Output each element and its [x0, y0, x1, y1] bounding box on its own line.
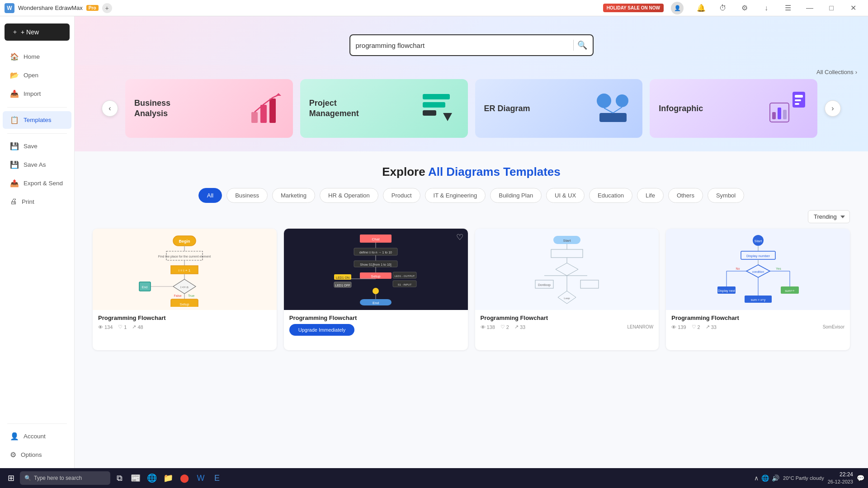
network-icon[interactable]: 🌐	[761, 474, 769, 482]
sidebar-import-label: Import	[24, 90, 41, 97]
svg-marker-7	[443, 113, 452, 121]
sidebar-item-templates[interactable]: 📋 Templates	[3, 111, 71, 129]
account-icon: 👤	[10, 432, 19, 441]
filter-tag-education[interactable]: Education	[589, 188, 632, 203]
search-bar[interactable]: 🔍	[349, 34, 594, 56]
sidebar-item-export[interactable]: 📤 Export & Send	[3, 174, 71, 192]
new-button[interactable]: ＋ + New	[5, 23, 70, 41]
template-card-2[interactable]: Chat define i:i to n → 1 to 10 Show S1[f…	[284, 229, 468, 350]
date-display: 26-12-2023	[828, 479, 853, 485]
close-button[interactable]: ✕	[843, 1, 863, 15]
favorite-icon-2[interactable]: ♡	[456, 232, 463, 242]
taskview-button[interactable]: ⧉	[112, 471, 127, 485]
new-tab-button[interactable]: +	[102, 3, 112, 13]
sidebar-item-open[interactable]: 📂 Open	[3, 66, 71, 84]
sidebar-item-home[interactable]: 🏠 Home	[3, 48, 71, 66]
carousel-card-project-management[interactable]: ProjectManagement	[300, 79, 468, 138]
toolbar-config-icon[interactable]: ☰	[778, 1, 798, 15]
all-collections-link[interactable]: All Collections ›	[816, 69, 857, 75]
carousel-card-infographic[interactable]: Infographic	[650, 79, 817, 138]
svg-text:True: True	[188, 294, 194, 297]
search-input[interactable]	[356, 42, 570, 49]
browser-icon[interactable]: 🌐	[145, 471, 159, 485]
toolbar-timer-icon[interactable]: ⏱	[712, 1, 733, 15]
search-button[interactable]: 🔍	[577, 40, 587, 50]
svg-rect-19	[778, 108, 781, 119]
template-card-1[interactable]: Begin Find the place for the current ele…	[93, 229, 277, 350]
print-icon: 🖨	[10, 197, 17, 206]
taskbar-search[interactable]: 🔍 Type here to search	[20, 471, 110, 485]
import-icon: 📥	[10, 89, 19, 98]
toolbar-download-icon[interactable]: ↓	[756, 1, 777, 15]
carousel-card-business-analysis[interactable]: BusinessAnalysis	[125, 79, 293, 138]
template-card-4[interactable]: Start Display number condition Display	[666, 229, 850, 350]
sidebar-item-account[interactable]: 👤 Account	[3, 427, 71, 445]
sidebar-item-options[interactable]: ⚙ Options	[3, 446, 71, 464]
user-avatar[interactable]: 👤	[671, 2, 684, 14]
svg-text:Yes: Yes	[776, 267, 781, 270]
file-explorer-icon[interactable]: 📁	[161, 471, 175, 485]
notification-icon[interactable]: 💬	[857, 474, 864, 482]
sidebar-item-print[interactable]: 🖨 Print	[3, 193, 71, 210]
carousel-card-label: ProjectManagement	[309, 98, 359, 119]
filter-tag-symbol[interactable]: Symbol	[708, 188, 744, 203]
carousel-card-er-diagram[interactable]: ER Diagram	[475, 79, 643, 138]
holiday-sale-badge[interactable]: HOLIDAY SALE ON NOW	[603, 4, 664, 12]
filter-tags: All Business Marketing HR & Operation Pr…	[93, 188, 850, 203]
sidebar-open-label: Open	[24, 72, 38, 79]
word-icon[interactable]: W	[193, 471, 208, 485]
likes-icon-4: ♡	[692, 324, 696, 330]
svg-text:Loop: Loop	[564, 297, 570, 300]
filter-tag-it-engineering[interactable]: IT & Engineering	[425, 188, 486, 203]
all-collections-arrow: ›	[855, 69, 857, 75]
template-3-author: LENANROW	[627, 324, 653, 329]
svg-rect-20	[783, 110, 787, 119]
toolbar-bell-icon[interactable]: 🔔	[691, 1, 712, 15]
minimize-button[interactable]: —	[799, 1, 820, 15]
template-card-3[interactable]: Start Dontloop Loop	[475, 229, 659, 350]
toolbar-settings-icon[interactable]: ⚙	[734, 1, 755, 15]
filter-tag-business[interactable]: Business	[226, 188, 268, 203]
new-label: + New	[21, 28, 39, 36]
filter-tag-building-plan[interactable]: Building Plan	[490, 188, 542, 203]
upgrade-button[interactable]: Upgrade Immediately	[289, 324, 355, 336]
template-4-stats: 👁 139 ♡ 2 ↗ 33 SomEvisor	[666, 324, 850, 334]
edrawmax-icon[interactable]: E	[210, 471, 224, 485]
uses-icon: ↗	[132, 324, 136, 330]
collections-bar: All Collections ›	[75, 65, 868, 79]
volume-icon[interactable]: 🔊	[772, 474, 779, 482]
filter-tag-all[interactable]: All	[198, 188, 222, 203]
svg-text:End: End	[373, 301, 379, 305]
carousel-prev-button[interactable]: ‹	[102, 100, 118, 117]
sidebar-item-save[interactable]: 💾 Save	[3, 137, 71, 155]
save-as-icon: 💾	[10, 160, 19, 169]
widgets-button[interactable]: 📰	[128, 471, 143, 485]
open-icon: 📂	[10, 71, 19, 80]
sidebar-item-import[interactable]: 📥 Import	[3, 85, 71, 103]
chrome-icon[interactable]: ⬤	[177, 471, 192, 485]
time-date-display[interactable]: 22:24 26-12-2023	[828, 471, 853, 485]
filter-tag-others[interactable]: Others	[668, 188, 703, 203]
filter-tag-marketing[interactable]: Marketing	[272, 188, 315, 203]
sidebar-templates-label: Templates	[24, 117, 52, 123]
filter-tag-product[interactable]: Product	[383, 188, 420, 203]
sidebar-item-save-as[interactable]: 💾 Save As	[3, 156, 71, 174]
carousel-next-button[interactable]: ›	[825, 100, 841, 117]
svg-rect-4	[423, 94, 450, 99]
svg-text:Setup: Setup	[371, 274, 381, 278]
filter-tag-hr-operation[interactable]: HR & Operation	[320, 188, 378, 203]
filter-tag-life[interactable]: Life	[637, 188, 664, 203]
hero-section: 🔍	[75, 16, 868, 65]
er-diagram-icon	[593, 89, 633, 127]
sort-dropdown[interactable]: Trending Newest Popular	[808, 210, 850, 223]
views-icon: 👁	[98, 324, 103, 330]
filter-tag-ui-ux[interactable]: UI & UX	[546, 188, 585, 203]
chevron-up-icon[interactable]: ∧	[754, 474, 759, 482]
svg-text:i <= n: i <= n	[181, 286, 189, 289]
template-1-likes: ♡ 1	[118, 324, 127, 330]
svg-text:Start: Start	[754, 239, 762, 243]
start-button[interactable]: ⊞	[4, 471, 18, 485]
titlebar: W Wondershare EdrawMax Pro + HOLIDAY SAL…	[0, 0, 868, 16]
template-4-title: Programming Flowchart	[666, 310, 850, 324]
maximize-button[interactable]: □	[821, 1, 842, 15]
